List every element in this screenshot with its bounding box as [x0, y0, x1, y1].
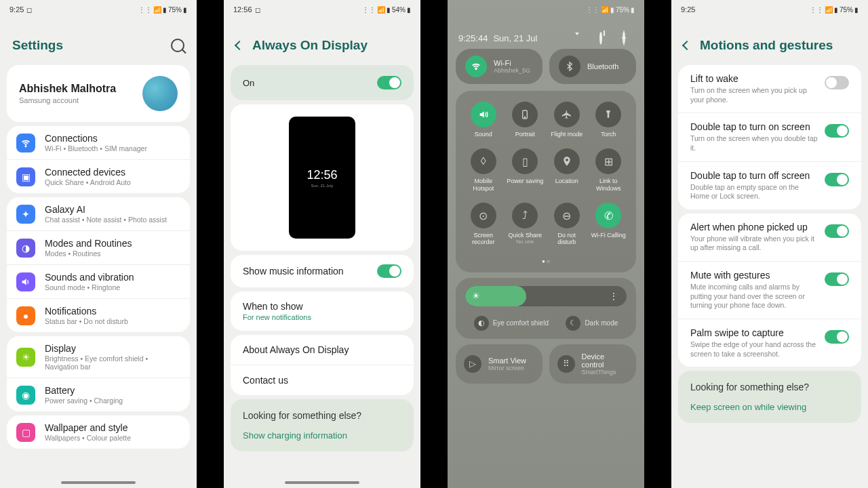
palm-swipe-row[interactable]: Palm swipe to captureSwipe the edge of y…	[678, 319, 861, 367]
toggle-alert[interactable]	[825, 224, 849, 238]
eye-icon: ◐	[474, 316, 489, 331]
search-icon[interactable]	[171, 39, 184, 52]
toggle-on[interactable]	[377, 76, 401, 89]
screen-settings: 9:25 ◻ ⋮⋮ 📶 ▮ 75% ▮ Settings Abhishek Ma…	[0, 0, 197, 488]
linkwin-tile[interactable]: ⊞Link to Windows	[589, 148, 627, 192]
sound-icon	[16, 272, 35, 291]
qs-bottom: ▷ Smart ViewMirror screen ⠿ Device contr…	[448, 339, 644, 384]
wifi-tile[interactable]: Wi-Fi Abhishek_5G	[456, 49, 542, 84]
portrait-tile[interactable]: Portrait	[506, 102, 544, 138]
wificall-icon: ✆	[595, 203, 621, 228]
settings-item-connections[interactable]: ConnectionsWi-Fi • Bluetooth • SIM manag…	[7, 126, 190, 159]
double-tap-on-row[interactable]: Double tap to turn on screenTurn on the …	[678, 113, 861, 161]
wallpaper-icon: ▢	[16, 423, 35, 442]
eye-comfort-toggle[interactable]: ◐ Eye comfort shield	[474, 316, 549, 331]
hotspot-tile[interactable]: ◊Mobile Hotspot	[465, 148, 502, 192]
settings-item-connected-devices[interactable]: ▣ Connected devicesQuick Share • Android…	[7, 159, 190, 193]
flight-tile[interactable]: Flight mode	[548, 102, 586, 138]
settings-item-display[interactable]: ☀ DisplayBrightness • Eye comfort shield…	[7, 336, 190, 378]
toggle-mute[interactable]	[825, 272, 849, 286]
notifications-icon: ●	[16, 306, 35, 325]
dark-mode-toggle[interactable]: ☾ Dark mode	[566, 316, 618, 331]
back-icon[interactable]	[235, 41, 244, 50]
powersave-icon: ▯	[512, 148, 538, 174]
preview-card[interactable]: 12:56 Sun, 21 July	[231, 104, 414, 251]
screen-motions: 9:25 ⋮⋮ 📶 ▮ 75% ▮ Motions and gestures L…	[671, 0, 868, 488]
avatar[interactable]	[142, 76, 178, 111]
settings-item-modes[interactable]: ◑ Modes and RoutinesModes • Routines	[7, 230, 190, 264]
contact-row[interactable]: Contact us	[231, 365, 414, 395]
status-time: 12:56	[233, 5, 252, 14]
qs-date: Sun, 21 Jul	[493, 33, 576, 43]
dnd-icon: ⊖	[554, 203, 580, 228]
smartview-tile[interactable]: ▷ Smart ViewMirror screen	[456, 344, 542, 384]
double-tap-off-row[interactable]: Double tap to turn off screenDouble tap …	[678, 161, 861, 209]
qs-time: 9:25:44	[458, 33, 488, 43]
footer-title: Looking for something else?	[690, 382, 849, 392]
smartview-icon: ▷	[464, 355, 481, 373]
devicecontrol-tile[interactable]: ⠿ Device controlSmartThings	[549, 344, 636, 384]
brightness-slider[interactable]: ☀ ⋮	[465, 286, 627, 306]
qs-grid: Sound Portrait Flight mode Torch ◊Mobile…	[456, 91, 636, 272]
bluetooth-icon	[559, 56, 580, 77]
power-icon[interactable]	[599, 33, 610, 43]
modes-icon: ◑	[16, 239, 35, 258]
sound-tile[interactable]: Sound	[465, 102, 502, 138]
torch-tile[interactable]: Torch	[589, 102, 627, 138]
when-to-show-row[interactable]: When to show For new notifications	[231, 291, 414, 331]
toggle-dton[interactable]	[825, 124, 849, 138]
location-icon	[554, 148, 580, 174]
back-icon[interactable]	[682, 41, 692, 50]
screenrec-tile[interactable]: ⊙Screen recorder	[465, 203, 502, 246]
footer-card: Looking for something else? Keep screen …	[678, 371, 861, 423]
settings-group-display: ☀ DisplayBrightness • Eye comfort shield…	[7, 336, 190, 411]
account-card[interactable]: Abhishek Malhotra Samsung account	[7, 65, 190, 122]
powersave-tile[interactable]: ▯Power saving	[506, 148, 544, 192]
toggle-lift[interactable]	[825, 76, 849, 89]
nav-handle[interactable]	[61, 481, 136, 484]
about-row[interactable]: About Always On Display	[231, 335, 414, 365]
footer-link[interactable]: Show charging information	[243, 430, 401, 441]
wifi-icon	[465, 56, 487, 77]
screen-quicksettings: ⋮⋮ 📶 ▮ 75% ▮ 9:25:44 Sun, 21 Jul Wi-Fi A…	[448, 0, 644, 488]
footer-link[interactable]: Keep screen on while viewing	[690, 402, 849, 412]
toggle-dtoff[interactable]	[825, 173, 849, 186]
show-music-row[interactable]: Show music information	[231, 255, 414, 287]
alert-pickup-row[interactable]: Alert when phone picked upYour phone wil…	[678, 214, 861, 261]
settings-item-battery[interactable]: ◉ BatteryPower saving • Charging	[7, 378, 190, 411]
location-tile[interactable]: Location	[548, 148, 586, 192]
lift-to-wake-row[interactable]: Lift to wakeTurn on the screen when you …	[678, 65, 861, 113]
wificall-tile[interactable]: ✆Wi-Fi Calling	[589, 203, 627, 246]
status-time: 9:25	[9, 5, 24, 14]
svg-point-1	[475, 68, 477, 69]
devicecontrol-icon: ⠿	[557, 355, 575, 373]
dnd-tile[interactable]: ⊖Do not disturb	[548, 203, 586, 246]
portrait-icon	[512, 102, 538, 127]
wifi-icon	[16, 134, 35, 152]
about-card: About Always On Display Contact us	[231, 335, 414, 395]
toggle-music[interactable]	[377, 264, 401, 278]
edit-icon[interactable]	[576, 33, 587, 43]
page-title: Always On Display	[252, 38, 368, 53]
footer-card: Looking for something else? Show chargin…	[231, 399, 414, 451]
brightness-card: ☀ ⋮ ◐ Eye comfort shield ☾ Dark mode	[456, 278, 636, 339]
page-dots: ● ○	[462, 257, 629, 266]
nav-handle[interactable]	[285, 481, 359, 484]
settings-item-wallpaper[interactable]: ▢ Wallpaper and styleWallpapers • Colour…	[7, 415, 190, 449]
bluetooth-tile[interactable]: Bluetooth	[549, 49, 636, 84]
mute-gesture-row[interactable]: Mute with gesturesMute incoming calls an…	[678, 261, 861, 319]
settings-icon[interactable]	[623, 33, 633, 43]
sound-icon	[471, 102, 496, 127]
toggle-palm[interactable]	[825, 330, 849, 344]
settings-item-galaxy-ai[interactable]: ✦ Galaxy AIChat assist • Note assist • P…	[7, 197, 190, 230]
devices-icon: ▣	[16, 167, 35, 186]
status-bar: ⋮⋮ 📶 ▮ 75% ▮	[448, 0, 644, 19]
quickshare-tile[interactable]: ⤴Quick ShareNo one	[506, 203, 544, 246]
master-toggle-card[interactable]: On	[231, 65, 414, 100]
slider-more-icon[interactable]: ⋮	[609, 291, 618, 302]
torch-icon	[595, 102, 621, 127]
status-bar: 9:25 ⋮⋮ 📶 ▮ 75% ▮	[671, 0, 868, 19]
settings-item-notifications[interactable]: ● NotificationsStatus bar • Do not distu…	[7, 298, 190, 332]
on-label: On	[243, 78, 254, 88]
settings-item-sounds[interactable]: Sounds and vibrationSound mode • Rington…	[7, 264, 190, 298]
